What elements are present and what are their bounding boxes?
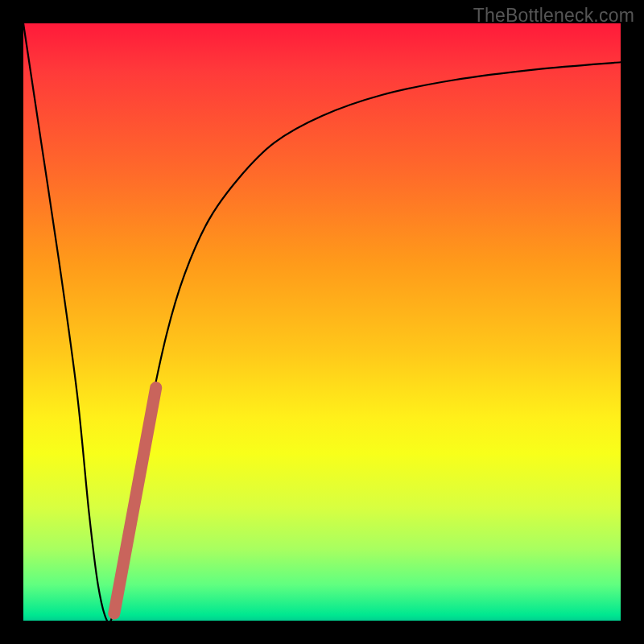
chart-plot-area [23, 23, 621, 621]
chart-svg [23, 23, 621, 621]
watermark-text: TheBottleneck.com [473, 5, 634, 27]
bottleneck-curve [23, 23, 621, 623]
accent-segment [114, 388, 156, 613]
